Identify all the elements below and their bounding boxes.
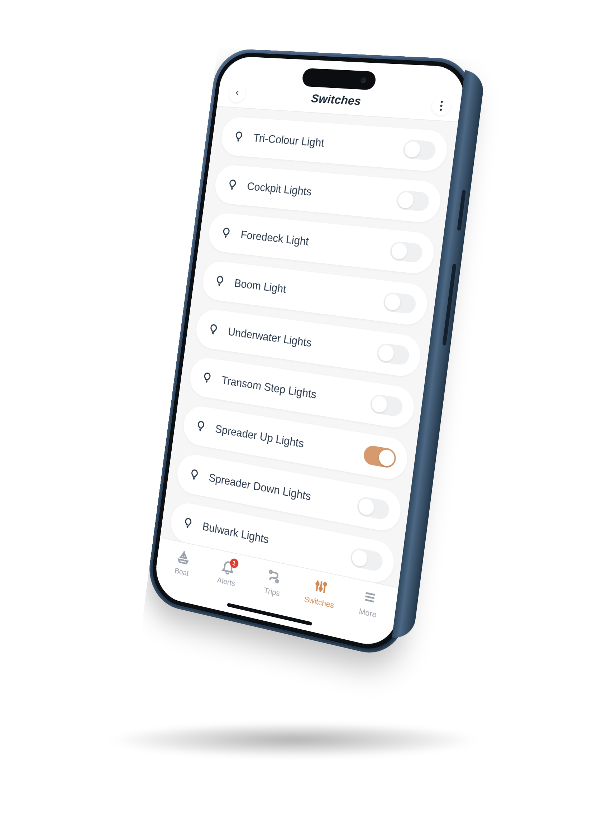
svg-line-4 [225, 236, 226, 236]
switch-toggle[interactable] [369, 393, 403, 418]
toggle-knob [403, 141, 421, 158]
svg-line-14 [193, 478, 195, 478]
switch-label: Tri-Colour Light [253, 131, 404, 155]
lightbulb-icon [220, 226, 232, 239]
lightbulb-icon [214, 274, 226, 287]
svg-line-13 [199, 430, 201, 431]
switch-toggle[interactable] [363, 444, 397, 469]
switch-toggle[interactable] [356, 495, 391, 521]
switch-label: Underwater Lights [227, 325, 378, 359]
svg-line-27 [365, 596, 374, 598]
svg-line-20 [317, 581, 318, 591]
svg-line-12 [199, 429, 201, 430]
switch-toggle[interactable] [389, 241, 423, 263]
nav-label: Switches [304, 595, 335, 611]
bottom-nav: BoatAlerts1TripsSwitchesMore [153, 537, 401, 651]
kebab-dot-icon [441, 101, 443, 103]
back-button[interactable] [228, 84, 246, 103]
toggle-knob [391, 242, 408, 260]
switch-row: Tri-Colour Light [219, 116, 449, 172]
kebab-menu-button[interactable] [431, 96, 452, 116]
kebab-dot-icon [440, 108, 442, 111]
nav-item-boat[interactable]: Boat [157, 542, 207, 597]
switch-label: Boom Light [234, 276, 384, 308]
toggle-knob [397, 192, 414, 209]
svg-point-25 [324, 583, 327, 586]
nav-item-switches[interactable]: Switches [293, 571, 347, 629]
chevron-left-icon [234, 89, 241, 97]
switch-label: Spreader Up Lights [215, 422, 365, 461]
switch-toggle[interactable] [376, 343, 410, 366]
switch-toggle[interactable] [396, 190, 430, 212]
toggle-knob [351, 549, 368, 568]
more-icon [361, 587, 378, 607]
switch-toggle[interactable] [349, 547, 384, 572]
switch-label: Foredeck Light [240, 228, 391, 257]
phone-shadow [103, 723, 484, 758]
svg-line-15 [193, 479, 195, 479]
switch-toggle[interactable] [402, 139, 437, 161]
svg-line-6 [219, 284, 220, 284]
nav-label: More [358, 606, 377, 620]
switch-toggle[interactable] [382, 292, 417, 315]
lightbulb-icon [201, 371, 213, 384]
toggle-knob [371, 395, 388, 413]
switch-label: Transom Step Lights [221, 374, 371, 410]
svg-line-26 [366, 593, 375, 595]
toggle-knob [384, 293, 401, 311]
svg-line-17 [187, 527, 188, 528]
lightbulb-icon [233, 130, 245, 143]
nav-item-more[interactable]: More [340, 581, 396, 640]
phone-mockup: Switches Tri-Colour Light Cockpit Lights… [145, 48, 477, 660]
switch-label: Cockpit Lights [246, 180, 397, 206]
svg-line-11 [206, 382, 207, 383]
lightbulb-icon [188, 468, 201, 481]
switch-label: Spreader Down Lights [208, 471, 358, 512]
svg-line-8 [212, 333, 214, 333]
nav-label: Alerts [217, 575, 236, 588]
svg-line-22 [324, 582, 326, 593]
page-title: Switches [310, 91, 362, 108]
nav-item-alerts[interactable]: Alerts1 [201, 551, 252, 607]
svg-line-10 [206, 381, 207, 381]
switches-icon [313, 577, 330, 597]
nav-label: Trips [263, 586, 280, 598]
nav-label: Boat [174, 566, 189, 578]
lightbulb-icon [195, 419, 207, 433]
toggle-knob [377, 344, 395, 362]
kebab-dot-icon [440, 105, 443, 107]
lightbulb-icon [226, 179, 239, 191]
svg-point-23 [316, 582, 319, 586]
phone-frame: Switches Tri-Colour Light Cockpit Lights… [145, 48, 477, 660]
svg-line-9 [212, 334, 214, 334]
trips-icon [265, 567, 282, 586]
svg-point-18 [270, 570, 272, 573]
boat-icon [176, 548, 191, 566]
toggle-knob [378, 448, 396, 467]
svg-point-19 [276, 580, 279, 583]
toggle-knob [358, 497, 375, 516]
svg-line-28 [365, 600, 374, 601]
svg-line-21 [320, 581, 322, 592]
home-indicator [227, 603, 312, 626]
switch-row: Cockpit Lights [213, 164, 443, 224]
svg-line-16 [187, 526, 188, 527]
svg-point-24 [319, 587, 322, 590]
lightbulb-icon [207, 323, 220, 336]
lightbulb-icon [182, 516, 194, 530]
